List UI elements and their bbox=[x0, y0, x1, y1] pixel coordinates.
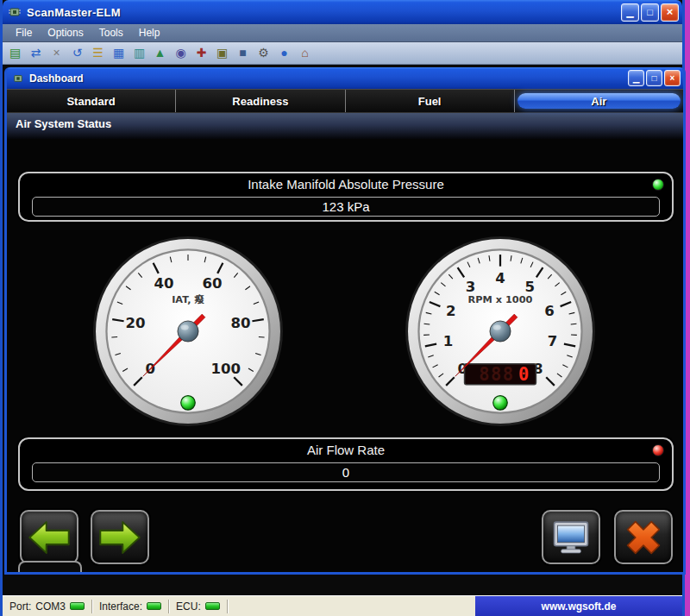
tab-label: Readiness bbox=[232, 95, 288, 108]
connect-icon[interactable]: ⇄ bbox=[27, 44, 45, 62]
tab-label: Air bbox=[591, 95, 606, 108]
exit-icon[interactable]: ⌂ bbox=[296, 44, 314, 62]
air-flow-panel: Air Flow Rate 0 bbox=[18, 437, 674, 491]
intake-pressure-value: 123 kPa bbox=[32, 197, 660, 217]
svg-text:888: 888 bbox=[479, 364, 514, 385]
main-titlebar[interactable]: ScanMaster-ELM ▁ □ × bbox=[3, 0, 682, 24]
dashboard-window: Dashboard ▁ □ × StandardReadinessFuelAir… bbox=[4, 67, 686, 575]
monitor-screen-icon bbox=[549, 518, 593, 557]
tab-label: Fuel bbox=[418, 95, 442, 108]
svg-text:RPM x 1000: RPM x 1000 bbox=[468, 294, 533, 305]
svg-text:6: 6 bbox=[544, 303, 555, 319]
status-bar: Port: COM3 Interface: ECU: www.wgsoft.de bbox=[3, 595, 682, 616]
ecu-label: ECU: bbox=[176, 600, 201, 613]
svg-text:20: 20 bbox=[125, 315, 145, 331]
tab-standard[interactable]: Standard bbox=[7, 90, 176, 112]
statusbar-divider bbox=[91, 600, 93, 613]
left-arrow-icon bbox=[27, 518, 72, 557]
mdi-area: Dashboard ▁ □ × StandardReadinessFuelAir… bbox=[3, 65, 682, 595]
statusbar-divider bbox=[227, 600, 229, 613]
statusbar-spacer bbox=[235, 600, 475, 613]
dashboard-content: Intake Manifold Absolute Pressure 123 kP… bbox=[7, 139, 683, 572]
svg-text:1: 1 bbox=[443, 333, 454, 349]
port-status-led bbox=[70, 602, 85, 610]
exit-dashboard-button[interactable] bbox=[614, 510, 673, 564]
intake-pressure-panel: Intake Manifold Absolute Pressure 123 kP… bbox=[18, 172, 674, 222]
svg-text:3: 3 bbox=[466, 279, 476, 295]
svg-text:100: 100 bbox=[210, 361, 241, 377]
interface-status-led bbox=[147, 602, 161, 610]
monitor-view-button[interactable] bbox=[542, 510, 600, 564]
svg-text:2: 2 bbox=[446, 303, 456, 319]
rpm-gauge: 012345678 RPM x 1000 888 0 bbox=[403, 234, 598, 429]
svg-text:40: 40 bbox=[154, 275, 173, 292]
bottom-panel-led bbox=[652, 444, 664, 456]
toolbar: ▤⇄×↺☰▦▥▲◉✚▣■⚙●⌂ bbox=[3, 42, 682, 65]
dtc-list-icon[interactable]: ☰ bbox=[89, 44, 107, 62]
next-page-button[interactable] bbox=[91, 510, 149, 564]
menu-tools[interactable]: Tools bbox=[91, 24, 131, 41]
interface-label: Interface: bbox=[99, 600, 142, 613]
svg-text:5: 5 bbox=[525, 279, 536, 295]
tab-air[interactable]: Air bbox=[515, 90, 683, 112]
graph-icon[interactable]: ▲ bbox=[151, 44, 169, 62]
tests-icon[interactable]: ✚ bbox=[192, 44, 210, 62]
menu-options[interactable]: Options bbox=[40, 24, 91, 41]
section-title: Air System Status bbox=[16, 117, 111, 130]
dashboard-window-title: Dashboard bbox=[29, 72, 84, 85]
main-window: ScanMaster-ELM ▁ □ × FileOptionsToolsHel… bbox=[0, 0, 685, 616]
tab-readiness[interactable]: Readiness bbox=[176, 90, 345, 112]
main-window-title: ScanMaster-ELM bbox=[27, 6, 121, 19]
wgsoft-link[interactable]: www.wgsoft.de bbox=[475, 596, 682, 616]
ecu-status-led bbox=[205, 602, 220, 610]
tab-label: Standard bbox=[66, 95, 115, 108]
port-label: Port: bbox=[9, 600, 31, 613]
screen: ScanMaster-ELM ▁ □ × FileOptionsToolsHel… bbox=[0, 0, 690, 616]
freeze-frame-icon[interactable]: ▦ bbox=[110, 44, 128, 62]
svg-text:7: 7 bbox=[548, 333, 558, 349]
svg-text:60: 60 bbox=[202, 275, 222, 292]
app-icon bbox=[8, 6, 22, 18]
air-flow-value: 0 bbox=[32, 462, 660, 482]
dashboard-window-icon bbox=[11, 73, 25, 84]
intake-pressure-title: Intake Manifold Absolute Pressure bbox=[20, 173, 672, 195]
iat-gauge: 020406080100 IAT, 癈 bbox=[91, 234, 285, 429]
dashboard-icon[interactable]: ◉ bbox=[172, 44, 190, 62]
maximize-button[interactable]: □ bbox=[641, 3, 659, 22]
prev-page-button[interactable] bbox=[20, 510, 78, 564]
reset-icon[interactable]: ↺ bbox=[68, 44, 86, 62]
menu-bar: FileOptionsToolsHelp bbox=[3, 24, 682, 42]
minimize-button[interactable]: ▁ bbox=[621, 3, 639, 22]
svg-text:IAT, 癈: IAT, 癈 bbox=[172, 293, 204, 305]
statusbar-divider bbox=[168, 600, 170, 613]
chip-icon[interactable]: ▤ bbox=[6, 44, 24, 62]
air-flow-title: Air Flow Rate bbox=[20, 439, 672, 461]
info-icon[interactable]: ● bbox=[275, 44, 293, 62]
log-icon[interactable]: ▣ bbox=[213, 44, 231, 62]
partial-panel-stub bbox=[18, 561, 82, 572]
svg-text:80: 80 bbox=[230, 315, 250, 331]
port-value: COM3 bbox=[35, 600, 66, 613]
svg-text:0: 0 bbox=[518, 364, 530, 385]
menu-file[interactable]: File bbox=[8, 24, 40, 41]
close-x-icon bbox=[621, 518, 666, 557]
monitor-icon[interactable]: ■ bbox=[234, 44, 252, 62]
dashboard-maximize-button[interactable]: □ bbox=[646, 70, 662, 86]
dashboard-close-button[interactable]: × bbox=[664, 70, 681, 86]
dashboard-minimize-button[interactable]: ▁ bbox=[628, 70, 644, 86]
disconnect-icon[interactable]: × bbox=[47, 44, 66, 62]
right-arrow-icon bbox=[97, 518, 142, 557]
top-panel-led bbox=[652, 179, 664, 191]
dashboard-client: StandardReadinessFuelAir Air System Stat… bbox=[7, 89, 683, 572]
settings-icon[interactable]: ⚙ bbox=[254, 44, 273, 62]
sensors-icon[interactable]: ▥ bbox=[130, 44, 148, 62]
dashboard-titlebar[interactable]: Dashboard ▁ □ × bbox=[7, 67, 683, 89]
tab-bar: StandardReadinessFuelAir bbox=[7, 89, 683, 113]
tab-fuel[interactable]: Fuel bbox=[346, 90, 515, 112]
close-button[interactable]: × bbox=[661, 3, 679, 22]
menu-help[interactable]: Help bbox=[131, 24, 168, 41]
section-header: Air System Status bbox=[7, 113, 683, 139]
svg-text:4: 4 bbox=[495, 270, 505, 286]
